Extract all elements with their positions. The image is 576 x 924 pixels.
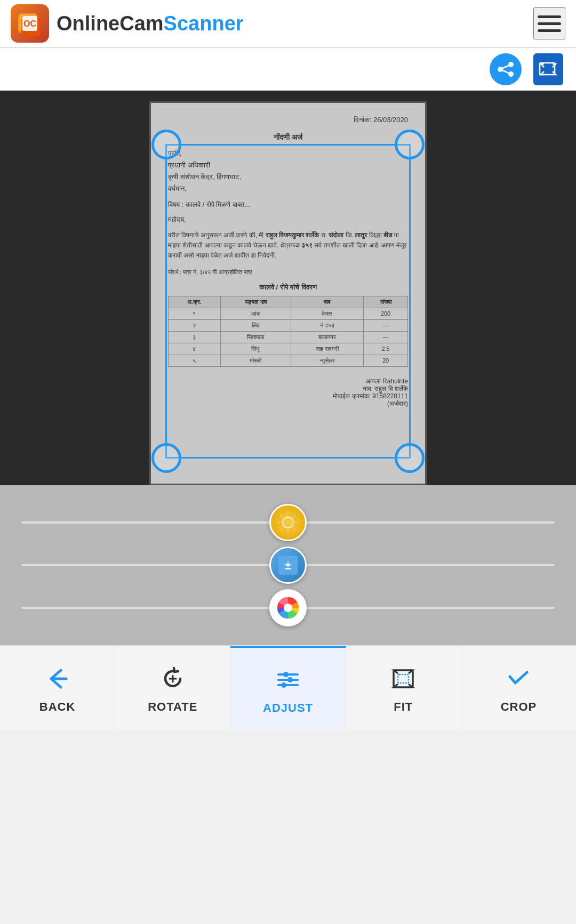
doc-ref: संदर्भ : पत्र नं. ३/४२ नी आग्रहोजित पत्र (168, 269, 408, 276)
crop-handle-top-left[interactable] (151, 130, 181, 159)
sig-line2: नाव: राहुल वि शर्लेके (168, 385, 408, 392)
doc-recipient2: कृषी संशोधन केंद्र, हिंगणघाट, (168, 173, 408, 181)
doc-body-text: वरील विषयाचे अनुसरून अर्जी करणे की, मी र… (168, 231, 406, 259)
sig-line3: मोबाईल क्रमांक: 9158228111 (168, 392, 408, 400)
color-slider-handle[interactable] (269, 589, 307, 626)
fit-icon (387, 663, 419, 695)
nav-rotate-button[interactable]: ROTATE (115, 646, 230, 730)
svg-line-20 (281, 527, 283, 530)
sig-line1: आपला Rahulnte (168, 377, 408, 385)
brightness-slider-row (21, 501, 555, 544)
table-row: ३सिताफळबालानगर— (169, 331, 408, 343)
table-col-header: बाब (291, 296, 364, 308)
document-container: दिनांक: 26/03/2020 नोंदणी अर्ज प्रति, प्… (149, 101, 427, 485)
nav-crop-label: CROP (501, 700, 537, 714)
nav-fit-button[interactable]: FIT (346, 646, 461, 730)
svg-line-17 (281, 515, 283, 518)
crop-check-icon (502, 663, 534, 695)
svg-text:±: ± (285, 559, 291, 572)
menu-icon-line1 (538, 15, 561, 18)
table-col-header: संख्या (364, 296, 408, 308)
exposure-icon: ± (276, 553, 300, 577)
sun-icon (276, 511, 300, 534)
fullscreen-icon (533, 53, 563, 85)
fullscreen-button[interactable] (531, 52, 565, 86)
doc-table: अ.क्र. पड्यज्ञ भाव बाब संख्या १आंबाकेसर2… (168, 296, 408, 367)
svg-line-8 (500, 65, 511, 69)
doc-date: दिनांक: 26/03/2020 (168, 116, 408, 124)
color-slider-row (21, 586, 555, 629)
color-wheel-icon (275, 594, 301, 621)
doc-recipient3: वर्धमान, (168, 184, 408, 193)
menu-button[interactable] (533, 7, 565, 39)
doc-salutation: महोदय, (168, 215, 408, 224)
document-image: दिनांक: 26/03/2020 नोंदणी अर्ज प्रति, प्… (149, 101, 427, 485)
crop-handle-top-right[interactable] (395, 130, 425, 159)
doc-table-title: कालवे / रोपे यांचे विवरण (168, 283, 408, 292)
adjust-sliders-icon (272, 664, 304, 696)
svg-line-19 (293, 515, 295, 518)
doc-recipient1: प्रधानी अधिकारी (168, 161, 408, 170)
svg-point-12 (283, 517, 293, 528)
nav-fit-label: FIT (394, 700, 413, 714)
doc-signature: आपला Rahulnte नाव: राहुल वि शर्लेके मोबा… (168, 377, 408, 407)
bottom-navigation: BACK ROTATE ADJUST (0, 645, 576, 730)
back-arrow-icon (42, 663, 74, 695)
exposure-slider-handle[interactable]: ± (269, 547, 307, 584)
crop-handle-bottom-left[interactable] (151, 443, 181, 473)
toolbar (0, 48, 576, 91)
crop-handle-bottom-right[interactable] (395, 443, 425, 473)
table-col-header: अ.क्र. (169, 296, 221, 308)
svg-point-32 (287, 677, 293, 682)
sig-line4: (अर्जदार) (168, 400, 408, 407)
svg-point-31 (283, 672, 289, 677)
doc-to: प्रति, (168, 149, 408, 158)
app-logo-icon: OC (11, 4, 49, 43)
share-button[interactable] (489, 52, 523, 86)
app-title: OnlineCamScanner (57, 12, 244, 35)
brightness-slider-handle[interactable] (269, 504, 307, 541)
svg-rect-35 (398, 674, 409, 683)
nav-adjust-button[interactable]: ADJUST (230, 646, 346, 730)
svg-line-18 (293, 527, 295, 530)
nav-rotate-label: ROTATE (148, 700, 197, 714)
logo-area: OC OnlineCamScanner (11, 4, 244, 43)
header: OC OnlineCamScanner (0, 0, 576, 48)
nav-back-button[interactable]: BACK (0, 646, 115, 730)
svg-point-33 (281, 682, 286, 688)
table-row: ५मोसंबीन्युसेलर20 (169, 355, 408, 366)
nav-crop-button[interactable]: CROP (461, 646, 576, 730)
main-content: दिनांक: 26/03/2020 नोंदणी अर्ज प्रति, प्… (0, 91, 576, 645)
exposure-slider-row: ± (21, 544, 555, 586)
nav-back-label: BACK (39, 700, 76, 714)
table-row: १आंबाकेसर200 (169, 308, 408, 319)
doc-body: वरील विषयाचे अनुसरून अर्जी करणे की, मी र… (168, 230, 408, 261)
table-row: २लिंबनं २५३— (169, 319, 408, 331)
share-icon (490, 53, 522, 85)
doc-title: नोंदणी अर्ज (168, 133, 408, 142)
svg-point-24 (284, 604, 292, 612)
menu-icon-line2 (538, 22, 561, 25)
doc-subject: विषय : कालवे / रोपे मिळणे बाबत... (168, 200, 408, 209)
table-col-header: पड्यज्ञ भाव (220, 296, 291, 308)
svg-line-9 (500, 69, 511, 74)
menu-icon-line3 (538, 29, 561, 32)
document-inner: दिनांक: 26/03/2020 नोंदणी अर्ज प्रति, प्… (151, 103, 425, 484)
nav-adjust-label: ADJUST (263, 701, 313, 715)
sliders-section: ± (0, 485, 576, 645)
table-header-row: अ.क्र. पड्यज्ञ भाव बाब संख्या (169, 296, 408, 308)
svg-text:OC: OC (23, 19, 36, 28)
table-row: ४सिंधूसाह सदगरी2.5 (169, 343, 408, 355)
rotate-icon (157, 663, 189, 695)
